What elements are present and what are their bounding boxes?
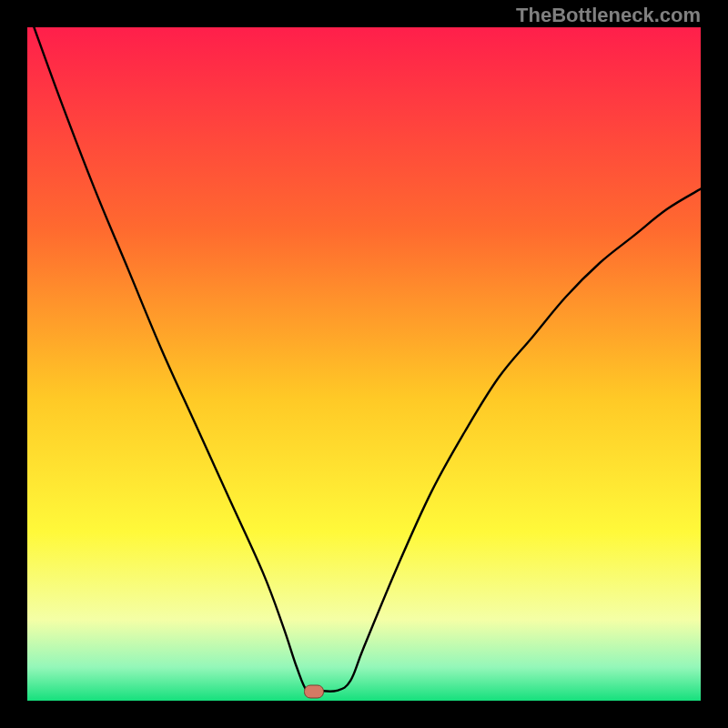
optimal-point-marker: [304, 685, 324, 699]
chart-frame: TheBottleneck.com: [0, 0, 728, 728]
watermark-text: TheBottleneck.com: [516, 4, 701, 27]
chart-svg: [27, 27, 701, 701]
plot-area: [27, 27, 701, 701]
plot-background: [27, 27, 701, 701]
